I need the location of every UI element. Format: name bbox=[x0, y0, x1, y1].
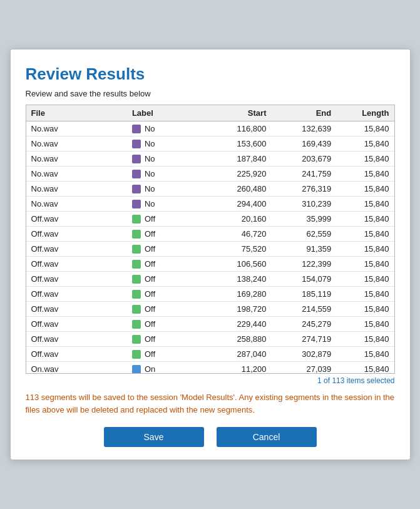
cell-start: 229,440 bbox=[207, 317, 272, 332]
cell-label: No bbox=[127, 167, 207, 182]
cell-file: Off.wav bbox=[26, 302, 127, 317]
cell-length: 15,840 bbox=[336, 227, 394, 242]
table-row[interactable]: No.wavNo260,480276,31915,840 bbox=[26, 182, 394, 197]
results-table: File Label Start End Length No.wavNo116,… bbox=[26, 105, 394, 374]
cell-start: 187,840 bbox=[207, 152, 272, 167]
label-color-box bbox=[132, 275, 141, 284]
table-row[interactable]: Off.wavOff20,16035,99915,840 bbox=[26, 212, 394, 227]
cell-end: 62,559 bbox=[271, 227, 336, 242]
save-button[interactable]: Save bbox=[104, 427, 204, 447]
cell-file: Off.wav bbox=[26, 317, 127, 332]
cell-label: Off bbox=[127, 257, 207, 272]
cell-label: Off bbox=[127, 317, 207, 332]
label-color-box bbox=[132, 185, 141, 193]
table-row[interactable]: No.wavNo294,400310,23915,840 bbox=[26, 197, 394, 212]
cell-end: 245,279 bbox=[271, 317, 336, 332]
cell-start: 287,040 bbox=[207, 347, 272, 362]
label-color-box bbox=[132, 230, 141, 239]
cell-file: Off.wav bbox=[26, 212, 127, 227]
items-selected-count: 1 of 113 items selected bbox=[26, 376, 395, 385]
table-row[interactable]: Off.wavOff198,720214,55915,840 bbox=[26, 302, 394, 317]
cell-end: 276,319 bbox=[271, 182, 336, 197]
cell-length: 15,840 bbox=[336, 242, 394, 257]
label-color-box bbox=[132, 305, 141, 314]
table-row[interactable]: Off.wavOff75,52091,35915,840 bbox=[26, 242, 394, 257]
cell-start: 11,200 bbox=[207, 362, 272, 374]
label-color-box bbox=[132, 215, 141, 224]
cancel-button[interactable]: Cancel bbox=[217, 427, 317, 447]
cell-start: 169,280 bbox=[207, 287, 272, 302]
cell-length: 15,840 bbox=[336, 257, 394, 272]
cell-label: On bbox=[127, 362, 207, 374]
table-scroll-area[interactable]: File Label Start End Length No.wavNo116,… bbox=[26, 105, 394, 374]
label-text: Off bbox=[145, 259, 155, 269]
cell-start: 138,240 bbox=[207, 272, 272, 287]
label-text: Off bbox=[145, 349, 155, 359]
label-text: Off bbox=[145, 304, 155, 314]
cell-file: No.wav bbox=[26, 121, 127, 136]
label-color-box bbox=[132, 140, 141, 148]
cell-start: 75,520 bbox=[207, 242, 272, 257]
cell-label: Off bbox=[127, 302, 207, 317]
cell-label: No bbox=[127, 197, 207, 212]
label-text: On bbox=[145, 364, 155, 374]
label-color-box bbox=[132, 350, 141, 359]
label-text: No bbox=[145, 199, 155, 208]
cell-label: Off bbox=[127, 332, 207, 347]
cell-length: 15,840 bbox=[336, 152, 394, 167]
cell-file: Off.wav bbox=[26, 287, 127, 302]
cell-length: 15,840 bbox=[336, 167, 394, 182]
cell-length: 15,840 bbox=[336, 302, 394, 317]
cell-length: 15,840 bbox=[336, 347, 394, 362]
cell-end: 203,679 bbox=[271, 152, 336, 167]
cell-length: 15,840 bbox=[336, 287, 394, 302]
cell-length: 15,840 bbox=[336, 197, 394, 212]
cell-start: 20,160 bbox=[207, 212, 272, 227]
table-row[interactable]: Off.wavOff169,280185,11915,840 bbox=[26, 287, 394, 302]
col-header-label: Label bbox=[127, 105, 207, 121]
table-row[interactable]: Off.wavOff229,440245,27915,840 bbox=[26, 317, 394, 332]
label-color-box bbox=[132, 245, 141, 254]
label-color-box bbox=[132, 125, 141, 133]
label-color-box bbox=[132, 155, 141, 163]
label-color-box bbox=[132, 335, 141, 344]
label-text: No bbox=[145, 184, 155, 193]
label-text: No bbox=[145, 169, 155, 178]
table-row[interactable]: Off.wavOff46,72062,55915,840 bbox=[26, 227, 394, 242]
table-row[interactable]: Off.wavOff138,240154,07915,840 bbox=[26, 272, 394, 287]
cell-length: 15,840 bbox=[336, 212, 394, 227]
cell-file: No.wav bbox=[26, 152, 127, 167]
label-color-box bbox=[132, 170, 141, 178]
cell-file: Off.wav bbox=[26, 347, 127, 362]
table-row[interactable]: Off.wavOff106,560122,39915,840 bbox=[26, 257, 394, 272]
col-header-start: Start bbox=[207, 105, 272, 121]
cell-label: Off bbox=[127, 212, 207, 227]
cell-label: Off bbox=[127, 242, 207, 257]
cell-label: No bbox=[127, 136, 207, 152]
cell-end: 132,639 bbox=[271, 121, 336, 136]
cell-label: Off bbox=[127, 227, 207, 242]
table-row[interactable]: Off.wavOff258,880274,71915,840 bbox=[26, 332, 394, 347]
cell-end: 169,439 bbox=[271, 136, 336, 152]
table-row[interactable]: Off.wavOff287,040302,87915,840 bbox=[26, 347, 394, 362]
cell-label: No bbox=[127, 121, 207, 136]
table-row[interactable]: No.wavNo153,600169,43915,840 bbox=[26, 136, 394, 152]
table-row[interactable]: No.wavNo116,800132,63915,840 bbox=[26, 121, 394, 136]
label-color-box bbox=[132, 290, 141, 299]
cell-length: 15,840 bbox=[336, 332, 394, 347]
cell-file: No.wav bbox=[26, 167, 127, 182]
cell-end: 154,079 bbox=[271, 272, 336, 287]
label-text: No bbox=[145, 139, 155, 148]
cell-start: 198,720 bbox=[207, 302, 272, 317]
table-row[interactable]: No.wavNo225,920241,75915,840 bbox=[26, 167, 394, 182]
table-row[interactable]: No.wavNo187,840203,67915,840 bbox=[26, 152, 394, 167]
review-results-dialog: Review Results Review and save the resul… bbox=[10, 49, 411, 460]
cell-file: Off.wav bbox=[26, 242, 127, 257]
button-row: Save Cancel bbox=[26, 427, 395, 447]
cell-start: 294,400 bbox=[207, 197, 272, 212]
cell-length: 15,840 bbox=[336, 317, 394, 332]
cell-start: 116,800 bbox=[207, 121, 272, 136]
table-row[interactable]: On.wavOn11,20027,03915,840 bbox=[26, 362, 394, 374]
label-color-box bbox=[132, 260, 141, 269]
cell-end: 310,239 bbox=[271, 197, 336, 212]
